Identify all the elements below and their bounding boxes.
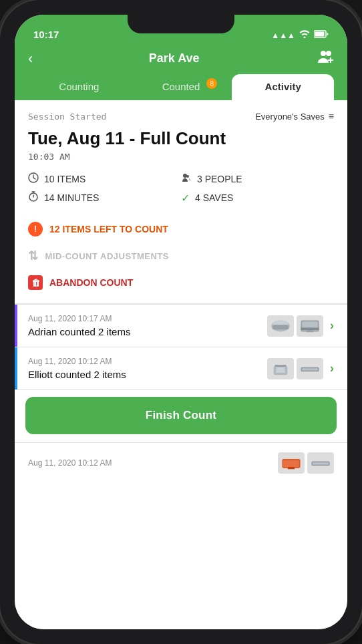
- svg-rect-13: [276, 367, 285, 373]
- activity-item-partial: Aug 11, 2020 10:12 AM: [15, 442, 347, 483]
- counted-badge: 8: [206, 78, 217, 89]
- filter-label: Everyone's Saves: [255, 112, 325, 122]
- stat-items: 10 ITEMS: [28, 172, 181, 186]
- stat-minutes-value: 14 MINUTES: [44, 192, 99, 203]
- thumb-2a: [267, 358, 294, 379]
- signal-icon: ▲▲▲: [271, 31, 295, 40]
- activity-thumbnails-1: [267, 315, 323, 337]
- finish-count-button[interactable]: Finish Count: [25, 397, 337, 434]
- activity-item-1[interactable]: Aug 11, 2020 10:17 AM Adrian counted 2 i…: [15, 304, 347, 347]
- chevron-right-icon-2: ›: [330, 361, 334, 375]
- people-icon: [181, 172, 192, 186]
- thumb-p2: [307, 452, 334, 474]
- content-area: Session Started Everyone's Saves ≡ Tue, …: [15, 100, 347, 629]
- tab-counted[interactable]: Counted 8: [130, 74, 232, 100]
- svg-rect-10: [307, 329, 313, 331]
- activity-meta-1: Aug 11, 2020 10:17 AM Adrian counted 2 i…: [28, 314, 130, 337]
- activity-item-2[interactable]: Aug 11, 2020 10:12 AM Elliott counted 2 …: [15, 347, 347, 389]
- abandon-count[interactable]: 🗑 ABANDON COUNT: [28, 269, 334, 297]
- svg-rect-20: [313, 462, 329, 464]
- chevron-right-icon-1: ›: [330, 319, 334, 333]
- stat-people-value: 3 PEOPLE: [197, 174, 242, 184]
- stat-saves: ✓ 4 SAVES: [181, 191, 334, 204]
- svg-rect-17: [283, 460, 299, 467]
- header-row: ‹ Park Ave: [28, 49, 334, 74]
- stat-minutes: 14 MINUTES: [28, 191, 181, 204]
- check-icon: ✓: [181, 192, 190, 204]
- alert-icon: !: [28, 222, 43, 236]
- session-header: Session Started Everyone's Saves ≡: [28, 111, 334, 122]
- phone-frame: 10:17 ▲▲▲ ‹: [0, 0, 362, 644]
- activity-thumbnails-2: [267, 358, 323, 379]
- trash-icon: 🗑: [28, 275, 43, 290]
- session-title: Tue, Aug 11 - Full Count: [28, 128, 334, 149]
- thumb-1b: [297, 315, 323, 337]
- mid-count-label: MID-COUNT ADJUSTMENTS: [45, 251, 170, 261]
- svg-rect-12: [275, 365, 287, 367]
- mid-count-icon: ⇅: [28, 249, 39, 263]
- wifi-icon: [299, 30, 310, 40]
- abandon-label: ABANDON COUNT: [49, 277, 133, 288]
- tab-activity[interactable]: Activity: [232, 74, 334, 100]
- stat-people: 3 PEOPLE: [181, 172, 334, 186]
- tabs: Counting Counted 8 Activity: [28, 74, 334, 100]
- phone-screen: 10:17 ▲▲▲ ‹: [15, 15, 347, 629]
- thumb-2b: [297, 358, 323, 379]
- page-title: Park Ave: [149, 51, 200, 65]
- items-left-label: 12 ITEMS LEFT TO COUNT: [49, 224, 168, 234]
- session-time: 10:03 AM: [28, 152, 334, 162]
- finish-button-wrapper: Finish Count: [15, 389, 347, 442]
- activity-date-1: Aug 11, 2020 10:17 AM: [28, 314, 130, 323]
- partial-date: Aug 11, 2020 10:12 AM: [28, 458, 112, 468]
- activity-desc-1: Adrian counted 2 items: [28, 326, 130, 337]
- tab-counting[interactable]: Counting: [28, 74, 130, 100]
- mid-count-adjustments: ⇅ MID-COUNT ADJUSTMENTS: [28, 243, 334, 269]
- thumb-1a: [267, 315, 294, 337]
- notch: [128, 15, 234, 33]
- session-filter[interactable]: Everyone's Saves ≡: [255, 111, 334, 122]
- partial-thumbnails: [278, 452, 334, 474]
- activity-right-1: ›: [267, 315, 334, 337]
- session-label: Session Started: [28, 112, 106, 122]
- svg-rect-15: [302, 368, 318, 370]
- stat-items-value: 10 ITEMS: [44, 174, 85, 184]
- svg-rect-6: [273, 325, 289, 329]
- activity-desc-2: Elliott counted 2 items: [28, 369, 126, 380]
- thumb-p1: [278, 452, 305, 474]
- activity-meta-2: Aug 11, 2020 10:12 AM Elliott counted 2 …: [28, 357, 126, 380]
- activity-right-2: ›: [267, 358, 334, 379]
- activity-date-2: Aug 11, 2020 10:12 AM: [28, 357, 126, 366]
- header: ‹ Park Ave Counting Counted 8 Act: [15, 44, 347, 100]
- svg-rect-18: [288, 467, 295, 469]
- status-time: 10:17: [33, 29, 59, 40]
- items-left-alert[interactable]: ! 12 ITEMS LEFT TO COUNT: [28, 215, 334, 243]
- stats-grid: 10 ITEMS 3 PEOPLE 14 MINUTES: [28, 172, 334, 204]
- svg-rect-1: [315, 32, 325, 37]
- back-button[interactable]: ‹: [28, 50, 33, 67]
- battery-icon: [314, 30, 329, 40]
- add-person-button[interactable]: [315, 49, 334, 67]
- stat-saves-value: 4 SAVES: [195, 192, 233, 203]
- session-section: Session Started Everyone's Saves ≡ Tue, …: [15, 100, 347, 304]
- filter-icon: ≡: [329, 111, 334, 122]
- timer-icon: [28, 191, 39, 204]
- clock-icon: [28, 172, 39, 186]
- status-icons: ▲▲▲: [271, 30, 329, 40]
- svg-rect-9: [301, 327, 319, 329]
